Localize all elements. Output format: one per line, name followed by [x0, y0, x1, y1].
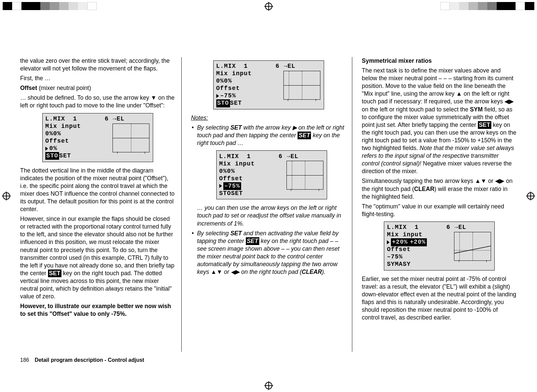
c3-p2d: CLEAR — [414, 186, 434, 192]
lcd4-title-tail: EL — [458, 224, 466, 232]
lcd3-val-r: 0% — [227, 167, 235, 176]
up-arrow-icon: ▲ — [211, 268, 217, 275]
down-arrow-icon: ▼ — [481, 178, 486, 184]
arrow-right-icon: → — [286, 153, 290, 161]
lcd4-val-r: +20% — [409, 238, 427, 246]
lcd1-offset-val: 0% — [49, 145, 57, 153]
lcd4-title: L.MIX 1 6 — [387, 224, 454, 232]
right-arrow-icon: ▶ — [293, 124, 297, 131]
lcd3-offset-val: –75% — [223, 182, 241, 190]
c3-p2: Simultaneously tapping the two arrow key… — [362, 177, 517, 200]
lcd4-asy: ASY — [399, 260, 411, 268]
registration-mark-right — [527, 192, 534, 200]
c1-p3: … should be defined. To do so, use the a… — [20, 94, 175, 109]
color-bar-left — [3, 2, 97, 10]
c3-p1d: SYM — [470, 106, 483, 113]
n1b: SET — [230, 124, 242, 131]
c3-heading: Symmetrical mixer ratios — [362, 57, 517, 65]
lcd2-mix-input: Mix input — [216, 70, 252, 78]
notes-list: By selecting SET with the arrow key ▶ on… — [191, 124, 346, 276]
lcd2-graph — [283, 71, 320, 100]
lcd2-offset-label: Offset — [216, 85, 240, 93]
registration-mark-left — [3, 192, 10, 200]
set-badge: SET — [48, 270, 61, 277]
n2f: on the right touch pad ( — [239, 268, 302, 275]
set-badge: SET — [246, 237, 259, 245]
c3-p4: Earlier, we set the mixer neutral point … — [362, 275, 517, 322]
n1a: By selecting — [197, 124, 230, 131]
c3-p2b: or — [487, 178, 495, 184]
lcd4-mix-input: Mix input — [387, 231, 422, 239]
svg-line-0 — [454, 246, 491, 253]
lcd3-title-tail: EL — [290, 153, 299, 161]
n1f: … you can then use the arrow keys on the… — [197, 204, 341, 227]
left-arrow-icon: ◀ — [504, 98, 509, 105]
lcd3-mix-input: Mix input — [219, 160, 255, 168]
lcd-screen-4: L.MIX 1 6 →EL Mix input +20% +20% Offset… — [384, 222, 495, 271]
note-1: By selecting SET with the arrow key ▶ on… — [191, 124, 346, 228]
column-3: Symmetrical mixer ratios The next task i… — [362, 57, 517, 352]
lcd2-val-l: 0% — [216, 77, 224, 85]
notes-heading: Notes: — [191, 114, 346, 122]
lcd4-offset-val: –75% — [387, 253, 403, 261]
c3-p1c: on the left or right touch pad to select… — [362, 106, 470, 113]
right-arrow-icon: ▶ — [509, 98, 514, 105]
n2a: By selecting — [197, 230, 230, 237]
down-arrow-icon: ▼ — [217, 268, 222, 275]
lcd4-val-l: +20% — [391, 238, 409, 246]
lcd1-val-r: 0% — [53, 130, 61, 138]
registration-mark-bottom — [265, 382, 272, 389]
up-arrow-icon: ▲ — [475, 178, 481, 184]
arrow-right-icon: → — [454, 224, 458, 232]
color-bar-right — [440, 2, 534, 10]
registration-mark-top — [265, 3, 272, 10]
c1-p5: However, since in our example the flaps … — [20, 215, 175, 300]
down-arrow-icon: ▼ — [151, 94, 156, 101]
lcd1-val-l: 0% — [45, 130, 53, 138]
mixer-curve-icon — [454, 232, 491, 268]
lcd1-sto: STO — [45, 152, 59, 160]
lcd4-offset-label: Offset — [387, 246, 411, 254]
page-number: 186 — [20, 357, 29, 363]
set-badge: SET — [298, 132, 311, 139]
lcd2-set: SET — [230, 99, 242, 107]
n2g: CLEAR — [302, 268, 322, 275]
lcd3-title: L.MIX 1 6 — [219, 153, 287, 161]
arrow-right-icon: → — [113, 115, 117, 123]
lcd1-graph — [113, 124, 149, 152]
lcd1-mix-input: Mix input — [45, 122, 81, 131]
lcd3-val-l: 0% — [219, 167, 227, 176]
cursor-icon — [45, 147, 48, 151]
right-arrow-icon: ▶ — [500, 178, 504, 184]
n2b: SET — [230, 230, 242, 237]
c1-offset-heading: Offset (mixer neutral point) — [20, 84, 175, 92]
lcd4-graph — [454, 232, 491, 261]
cursor-icon — [216, 94, 219, 98]
lcd1-title-tail: EL — [117, 115, 125, 123]
left-arrow-icon: ◀ — [231, 268, 235, 275]
lcd2-offset-val: –75% — [220, 92, 236, 100]
page-footer: 186 Detail program description - Control… — [20, 357, 144, 363]
note-2: By selecting SET and then activating the… — [191, 230, 346, 276]
c3-p2a: Simultaneously tapping the two arrow key… — [362, 178, 475, 184]
lcd3-graph — [286, 161, 323, 190]
lcd-screen-2: L.MIX 1 6 →EL Mix input 0% 0% Offset –75… — [213, 60, 324, 109]
c1-p2: First, the … — [20, 75, 175, 82]
lcd1-offset-label: Offset — [45, 137, 69, 145]
column-2: L.MIX 1 6 →EL Mix input 0% 0% Offset –75… — [191, 57, 353, 352]
lcd-screen-3: L.MIX 1 6 →EL Mix input 0% 0% Offset –75… — [216, 150, 327, 199]
lcd1-set: SET — [59, 152, 71, 160]
offset-heading-word: Offset — [20, 85, 37, 91]
left-arrow-icon: ◀ — [495, 178, 500, 184]
lcd3-set: SET — [231, 190, 243, 198]
lcd2-val-r: 0% — [224, 77, 232, 85]
lcd2-sto: STO — [216, 99, 230, 107]
right-arrow-icon: ▶ — [235, 268, 239, 275]
column-1: the value zero over the entire stick tra… — [20, 57, 182, 352]
n1c: with the arrow key — [242, 124, 293, 131]
lcd-screen-1: L.MIX 1 6 →EL Mix input 0% 0% Offset 0% … — [42, 113, 153, 162]
c3-p3: The "optimum" value in our example will … — [362, 203, 517, 218]
page-body: the value zero over the entire stick tra… — [20, 57, 517, 352]
c1-p5a: However, since in our example the flaps … — [20, 215, 174, 277]
n2e: or — [222, 268, 231, 275]
